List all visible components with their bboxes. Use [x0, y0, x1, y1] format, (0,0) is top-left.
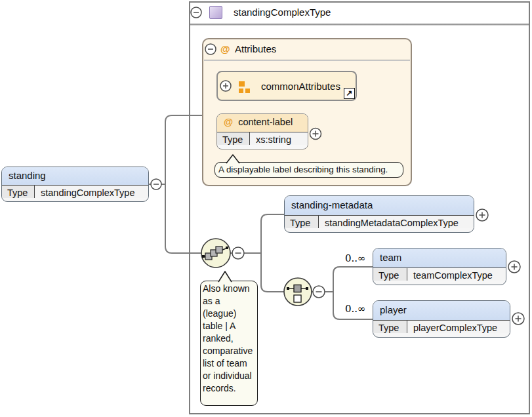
expand-button-player[interactable]	[512, 313, 524, 325]
element-name: standing-metadata	[285, 196, 474, 215]
attribute-content-label[interactable]: @content-label Type xs:string	[216, 113, 308, 149]
type-label: Type	[217, 132, 250, 145]
element-team[interactable]: team Type teamComplexType	[373, 248, 506, 285]
expand-button-team[interactable]	[508, 261, 520, 273]
schema-diagram: standingComplexType standing Type standi…	[0, 0, 532, 417]
element-name: player	[373, 301, 510, 320]
header-separator	[190, 24, 529, 26]
element-player[interactable]: player Type playerComplexType	[373, 300, 510, 338]
complex-type-icon	[209, 6, 222, 19]
attribute-name: content-label	[238, 117, 293, 127]
collapse-button-standing[interactable]	[151, 179, 161, 189]
type-value: playerComplexType	[407, 321, 510, 333]
attribute-group-commonattributes[interactable]: commonAttributes ↗	[216, 71, 357, 101]
type-value: teamComplexType	[407, 268, 506, 281]
annotation-sequence: Also known as a (league) table | A ranke…	[200, 281, 258, 406]
expand-button-content-label[interactable]	[310, 129, 321, 140]
collapse-button-attributes[interactable]	[205, 44, 216, 54]
annotation-content-label: A displayable label describing this stan…	[215, 162, 403, 178]
type-label: Type	[373, 268, 407, 281]
jump-to-definition-icon[interactable]: ↗	[344, 88, 355, 99]
cardinality-team: 0..∞	[345, 252, 366, 264]
type-value: standingComplexType	[35, 186, 148, 198]
cardinality-player: 0..∞	[345, 303, 366, 315]
complex-type-title: standingComplexType	[234, 7, 331, 18]
choice-compositor-icon[interactable]	[284, 278, 312, 306]
collapse-button-complextype[interactable]	[191, 7, 201, 18]
at-icon: @	[217, 117, 238, 127]
expand-button-commonattributes[interactable]	[220, 81, 231, 91]
element-standing-name: standing	[2, 167, 148, 185]
element-standing-metadata[interactable]: standing-metadata Type standingMetadataC…	[284, 195, 474, 233]
type-value: xs:string	[250, 132, 308, 145]
attributes-title: Attributes	[235, 43, 276, 54]
attribute-group-name: commonAttributes	[261, 81, 340, 92]
type-label: Type	[373, 321, 407, 333]
type-label: Type	[2, 186, 35, 198]
attributes-separator	[204, 60, 410, 61]
attribute-at-icon: @	[220, 43, 230, 54]
collapse-button-choice[interactable]	[313, 286, 325, 298]
element-standing[interactable]: standing Type standingComplexType	[1, 167, 149, 202]
collapse-button-sequence[interactable]	[232, 247, 244, 259]
type-label: Type	[285, 216, 319, 228]
element-name: team	[373, 248, 506, 268]
attribute-group-icon	[239, 81, 252, 93]
sequence-compositor-icon[interactable]	[201, 239, 230, 268]
type-value: standingMetadataComplexType	[319, 216, 474, 228]
expand-button-standing-metadata[interactable]	[476, 209, 488, 221]
